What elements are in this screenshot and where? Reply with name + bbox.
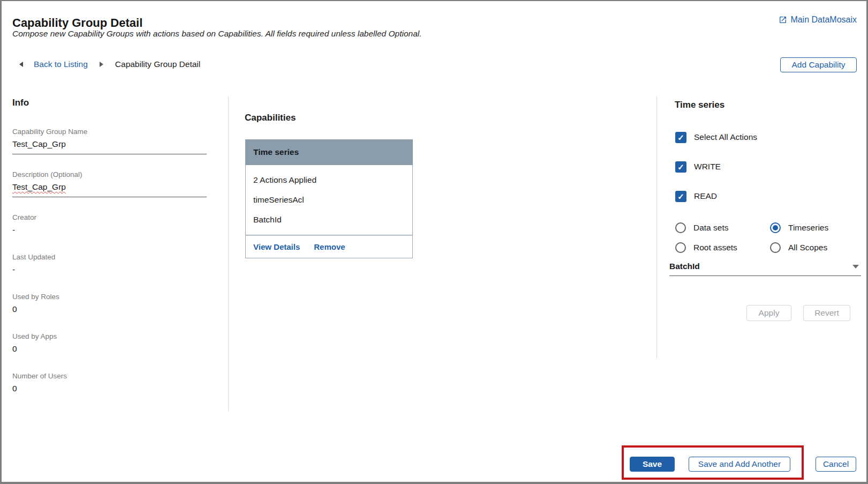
creator-value: - bbox=[12, 225, 207, 235]
actions-applied-text: 2 Actions Applied bbox=[253, 170, 405, 190]
select-all-actions-checkbox[interactable] bbox=[675, 132, 686, 143]
view-details-link[interactable]: View Details bbox=[253, 242, 300, 251]
select-all-actions-label: Select All Actions bbox=[694, 132, 757, 142]
field-label: Capability Group Name bbox=[12, 128, 207, 136]
save-and-add-another-button[interactable]: Save and Add Another bbox=[689, 457, 790, 472]
all-scopes-label: All Scopes bbox=[788, 243, 827, 252]
field-label: Last Updated bbox=[12, 253, 207, 261]
page-title: Capability Group Detail bbox=[12, 16, 142, 30]
last-updated-value: - bbox=[12, 264, 207, 275]
timeseries-heading: Time series bbox=[675, 100, 724, 110]
field-label: Used by Apps bbox=[12, 332, 207, 340]
add-capability-button[interactable]: Add Capability bbox=[780, 57, 857, 72]
root-assets-radio[interactable] bbox=[675, 242, 686, 253]
used-by-apps-value: 0 bbox=[12, 344, 207, 354]
write-label: WRITE bbox=[694, 162, 721, 172]
root-assets-radio-row[interactable]: Root assets bbox=[675, 242, 770, 253]
scope-radio-group: Data sets Timeseries Root assets All Sco… bbox=[675, 222, 828, 253]
capability-group-detail-page: Capability Group Detail Compose new Capa… bbox=[0, 0, 868, 484]
divider-capabilities-editor bbox=[656, 96, 657, 359]
read-checkbox[interactable] bbox=[675, 191, 686, 202]
breadcrumb: Back to Listing Capability Group Detail bbox=[19, 59, 200, 69]
description-input[interactable]: Test_Cap_Grp bbox=[12, 182, 207, 197]
read-label: READ bbox=[694, 191, 717, 201]
description-value: Test_Cap_Grp bbox=[12, 182, 66, 191]
field-label: Creator bbox=[12, 213, 207, 221]
page-subtitle: Compose new Capability Groups with actio… bbox=[12, 29, 422, 39]
capability-scope-text: BatchId bbox=[253, 210, 405, 229]
timeseries-radio[interactable] bbox=[770, 222, 781, 233]
scope-select-value: BatchId bbox=[669, 262, 700, 271]
select-all-actions-row[interactable]: Select All Actions bbox=[675, 131, 757, 143]
used-by-roles-field: Used by Roles 0 bbox=[12, 293, 207, 315]
remove-link[interactable]: Remove bbox=[314, 242, 345, 251]
capability-card-body: 2 Actions Applied timeSeriesAcl BatchId bbox=[245, 165, 413, 235]
back-arrow-icon[interactable] bbox=[19, 62, 23, 67]
capability-acl-text: timeSeriesAcl bbox=[253, 190, 405, 210]
field-label: Description (Optional) bbox=[12, 170, 207, 178]
apply-button[interactable]: Apply bbox=[746, 305, 791, 321]
creator-field: Creator - bbox=[12, 213, 207, 235]
number-of-users-field: Number of Users 0 bbox=[12, 372, 207, 394]
capability-card-footer: View Details Remove bbox=[245, 235, 413, 258]
external-link-icon bbox=[779, 16, 787, 24]
breadcrumb-current: Capability Group Detail bbox=[115, 59, 200, 69]
save-button[interactable]: Save bbox=[630, 457, 675, 472]
breadcrumb-separator-icon bbox=[100, 62, 103, 67]
main-datamosaix-link[interactable]: Main DataMosaix bbox=[779, 15, 857, 25]
all-scopes-radio[interactable] bbox=[770, 242, 781, 253]
info-panel: Info Capability Group Name Test_Cap_Grp … bbox=[12, 98, 207, 412]
root-assets-label: Root assets bbox=[693, 243, 737, 252]
info-heading: Info bbox=[12, 98, 207, 108]
revert-button[interactable]: Revert bbox=[803, 305, 850, 321]
read-row[interactable]: READ bbox=[675, 190, 757, 202]
timeseries-radio-row[interactable]: Timeseries bbox=[770, 222, 828, 233]
timeseries-label: Timeseries bbox=[788, 223, 828, 233]
number-of-users-value: 0 bbox=[12, 383, 207, 394]
field-label: Number of Users bbox=[12, 372, 207, 380]
divider-info-capabilities bbox=[228, 96, 229, 411]
data-sets-label: Data sets bbox=[693, 223, 728, 233]
capability-card-title: Time series bbox=[245, 139, 413, 165]
write-row[interactable]: WRITE bbox=[675, 161, 757, 173]
chevron-down-icon bbox=[852, 265, 859, 269]
description-field[interactable]: Description (Optional) Test_Cap_Grp bbox=[12, 170, 207, 197]
back-to-listing-link[interactable]: Back to Listing bbox=[34, 59, 88, 69]
used-by-apps-field: Used by Apps 0 bbox=[12, 332, 207, 354]
field-label: Used by Roles bbox=[12, 293, 207, 301]
capability-group-name-field[interactable]: Capability Group Name Test_Cap_Grp bbox=[12, 128, 207, 154]
cancel-button[interactable]: Cancel bbox=[816, 457, 856, 472]
last-updated-field: Last Updated - bbox=[12, 253, 207, 275]
scope-select-dropdown[interactable]: BatchId bbox=[669, 262, 861, 276]
actions-checkbox-group: Select All Actions WRITE READ bbox=[675, 131, 757, 220]
used-by-roles-value: 0 bbox=[12, 304, 207, 315]
capability-card: Time series 2 Actions Applied timeSeries… bbox=[245, 139, 413, 258]
write-checkbox[interactable] bbox=[675, 161, 686, 173]
data-sets-radio[interactable] bbox=[675, 222, 686, 233]
capabilities-heading: Capabilities bbox=[245, 113, 296, 123]
all-scopes-radio-row[interactable]: All Scopes bbox=[770, 242, 828, 253]
data-sets-radio-row[interactable]: Data sets bbox=[675, 222, 770, 233]
apply-revert-row: Apply Revert bbox=[746, 305, 850, 321]
main-datamosaix-label: Main DataMosaix bbox=[790, 15, 857, 25]
capability-group-name-input[interactable]: Test_Cap_Grp bbox=[12, 139, 207, 154]
